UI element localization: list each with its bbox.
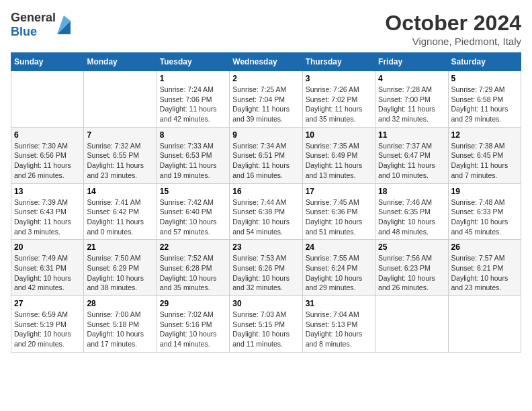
day-detail: Sunrise: 7:49 AMSunset: 6:31 PMDaylight:… [14, 253, 81, 293]
day-number: 16 [232, 187, 299, 196]
day-detail: Sunrise: 7:56 AMSunset: 6:23 PMDaylight:… [378, 253, 445, 293]
week-row-2: 6Sunrise: 7:30 AMSunset: 6:56 PMDaylight… [11, 127, 521, 183]
day-number: 8 [160, 130, 226, 140]
calendar-table: SundayMondayTuesdayWednesdayThursdayFrid… [11, 52, 521, 353]
day-detail: Sunrise: 7:42 AMSunset: 6:40 PMDaylight:… [160, 197, 226, 237]
day-cell: 18Sunrise: 7:46 AMSunset: 6:35 PMDayligh… [375, 183, 448, 240]
col-header-sunday: Sunday [11, 53, 84, 71]
day-cell: 4Sunrise: 7:28 AMSunset: 7:00 PMDaylight… [375, 71, 448, 128]
day-number: 1 [160, 74, 226, 83]
day-number: 20 [14, 242, 81, 252]
location: Vignone, Piedmont, Italy [385, 36, 521, 47]
day-cell [375, 296, 448, 353]
day-cell: 12Sunrise: 7:38 AMSunset: 6:45 PMDayligh… [448, 127, 521, 183]
day-number: 26 [451, 242, 518, 252]
col-header-tuesday: Tuesday [157, 53, 229, 71]
day-cell [11, 71, 84, 128]
day-detail: Sunrise: 7:25 AMSunset: 7:04 PMDaylight:… [232, 85, 299, 124]
day-detail: Sunrise: 7:29 AMSunset: 6:58 PMDaylight:… [451, 85, 518, 124]
day-cell: 21Sunrise: 7:50 AMSunset: 6:29 PMDayligh… [84, 240, 157, 296]
day-cell: 26Sunrise: 7:57 AMSunset: 6:21 PMDayligh… [448, 240, 521, 296]
day-number: 25 [378, 242, 445, 252]
col-header-saturday: Saturday [448, 53, 521, 71]
day-cell: 8Sunrise: 7:33 AMSunset: 6:53 PMDaylight… [157, 127, 229, 183]
day-cell: 14Sunrise: 7:41 AMSunset: 6:42 PMDayligh… [84, 183, 157, 240]
day-detail: Sunrise: 7:02 AMSunset: 5:16 PMDaylight:… [160, 310, 226, 349]
day-number: 2 [232, 74, 299, 83]
day-cell: 25Sunrise: 7:56 AMSunset: 6:23 PMDayligh… [375, 240, 448, 296]
day-cell: 2Sunrise: 7:25 AMSunset: 7:04 PMDaylight… [230, 71, 302, 128]
page-header: General Blue October 2024 Vignone, Piedm… [11, 11, 521, 47]
day-cell: 31Sunrise: 7:04 AMSunset: 5:13 PMDayligh… [302, 296, 375, 353]
day-number: 12 [451, 130, 518, 140]
day-number: 4 [378, 74, 445, 83]
day-cell: 28Sunrise: 7:00 AMSunset: 5:18 PMDayligh… [84, 296, 157, 353]
day-detail: Sunrise: 7:41 AMSunset: 6:42 PMDaylight:… [87, 197, 153, 237]
day-cell: 20Sunrise: 7:49 AMSunset: 6:31 PMDayligh… [11, 240, 84, 296]
day-cell: 7Sunrise: 7:32 AMSunset: 6:55 PMDaylight… [84, 127, 157, 183]
logo-blue-text: Blue [11, 25, 56, 39]
logo-general-text: General [11, 11, 56, 25]
day-detail: Sunrise: 7:46 AMSunset: 6:35 PMDaylight:… [378, 197, 445, 237]
day-detail: Sunrise: 7:57 AMSunset: 6:21 PMDaylight:… [451, 253, 518, 293]
day-detail: Sunrise: 7:48 AMSunset: 6:33 PMDaylight:… [451, 197, 518, 237]
day-detail: Sunrise: 7:00 AMSunset: 5:18 PMDaylight:… [87, 310, 153, 349]
header-row: SundayMondayTuesdayWednesdayThursdayFrid… [11, 53, 521, 71]
day-number: 18 [378, 187, 445, 196]
day-cell: 11Sunrise: 7:37 AMSunset: 6:47 PMDayligh… [375, 127, 448, 183]
day-detail: Sunrise: 7:37 AMSunset: 6:47 PMDaylight:… [378, 141, 445, 181]
day-number: 15 [160, 187, 226, 196]
day-detail: Sunrise: 7:45 AMSunset: 6:36 PMDaylight:… [306, 197, 372, 237]
col-header-friday: Friday [375, 53, 448, 71]
day-number: 24 [306, 242, 372, 252]
day-detail: Sunrise: 7:30 AMSunset: 6:56 PMDaylight:… [14, 141, 81, 181]
day-cell: 29Sunrise: 7:02 AMSunset: 5:16 PMDayligh… [157, 296, 229, 353]
day-number: 19 [451, 187, 518, 196]
day-detail: Sunrise: 7:52 AMSunset: 6:28 PMDaylight:… [160, 253, 226, 293]
day-number: 5 [451, 74, 518, 83]
day-number: 13 [14, 187, 81, 196]
day-cell: 15Sunrise: 7:42 AMSunset: 6:40 PMDayligh… [157, 183, 229, 240]
col-header-wednesday: Wednesday [230, 53, 302, 71]
day-detail: Sunrise: 7:24 AMSunset: 7:06 PMDaylight:… [160, 85, 226, 124]
day-detail: Sunrise: 7:50 AMSunset: 6:29 PMDaylight:… [87, 253, 153, 293]
day-detail: Sunrise: 7:26 AMSunset: 7:02 PMDaylight:… [306, 85, 372, 124]
week-row-4: 20Sunrise: 7:49 AMSunset: 6:31 PMDayligh… [11, 240, 521, 296]
week-row-3: 13Sunrise: 7:39 AMSunset: 6:43 PMDayligh… [11, 183, 521, 240]
day-cell: 27Sunrise: 6:59 AMSunset: 5:19 PMDayligh… [11, 296, 84, 353]
col-header-monday: Monday [84, 53, 157, 71]
day-number: 6 [14, 130, 81, 140]
week-row-1: 1Sunrise: 7:24 AMSunset: 7:06 PMDaylight… [11, 71, 521, 128]
day-number: 21 [87, 242, 153, 252]
day-cell: 19Sunrise: 7:48 AMSunset: 6:33 PMDayligh… [448, 183, 521, 240]
day-number: 22 [160, 242, 226, 252]
day-detail: Sunrise: 7:34 AMSunset: 6:51 PMDaylight:… [232, 141, 299, 181]
logo-icon [57, 15, 71, 34]
day-cell: 22Sunrise: 7:52 AMSunset: 6:28 PMDayligh… [157, 240, 229, 296]
week-row-5: 27Sunrise: 6:59 AMSunset: 5:19 PMDayligh… [11, 296, 521, 353]
day-cell: 17Sunrise: 7:45 AMSunset: 6:36 PMDayligh… [302, 183, 375, 240]
day-detail: Sunrise: 7:35 AMSunset: 6:49 PMDaylight:… [306, 141, 372, 181]
day-cell [84, 71, 157, 128]
day-detail: Sunrise: 7:55 AMSunset: 6:24 PMDaylight:… [306, 253, 372, 293]
day-number: 7 [87, 130, 153, 140]
day-detail: Sunrise: 7:33 AMSunset: 6:53 PMDaylight:… [160, 141, 226, 181]
logo: General Blue [11, 11, 71, 39]
day-number: 10 [306, 130, 372, 140]
day-cell: 1Sunrise: 7:24 AMSunset: 7:06 PMDaylight… [157, 71, 229, 128]
day-cell: 3Sunrise: 7:26 AMSunset: 7:02 PMDaylight… [302, 71, 375, 128]
day-detail: Sunrise: 7:53 AMSunset: 6:26 PMDaylight:… [232, 253, 299, 293]
day-cell: 13Sunrise: 7:39 AMSunset: 6:43 PMDayligh… [11, 183, 84, 240]
day-number: 17 [306, 187, 372, 196]
day-detail: Sunrise: 7:04 AMSunset: 5:13 PMDaylight:… [306, 310, 372, 349]
day-number: 31 [306, 299, 372, 308]
day-detail: Sunrise: 7:03 AMSunset: 5:15 PMDaylight:… [232, 310, 299, 349]
day-number: 23 [232, 242, 299, 252]
day-detail: Sunrise: 7:28 AMSunset: 7:00 PMDaylight:… [378, 85, 445, 124]
col-header-thursday: Thursday [302, 53, 375, 71]
day-cell [448, 296, 521, 353]
day-number: 30 [232, 299, 299, 308]
title-area: October 2024 Vignone, Piedmont, Italy [385, 11, 521, 47]
day-number: 29 [160, 299, 226, 308]
day-number: 9 [232, 130, 299, 140]
